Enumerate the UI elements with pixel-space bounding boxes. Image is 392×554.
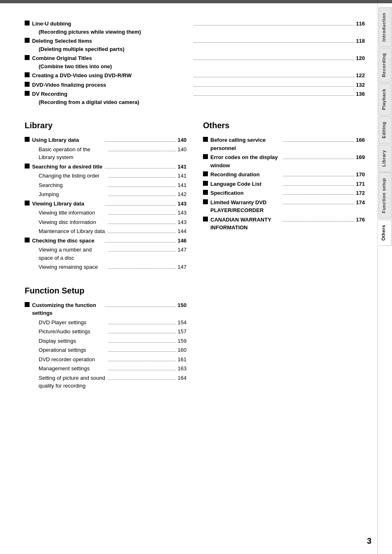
list-item: Deleting Selected Items (Deleting multip… [25, 37, 365, 53]
list-item: Setting of picture and sound quality for… [25, 374, 187, 390]
two-col-layout: Library Using Library data 140 Basic ope… [25, 121, 365, 405]
top-bar [0, 0, 392, 3]
tab-function-setup[interactable]: Function setup [378, 173, 392, 219]
list-item: Viewing Library data 143 [25, 200, 187, 208]
page-layout: Line-U dubbing (Recording pictures while… [0, 3, 392, 554]
bullet-icon [25, 302, 30, 307]
list-item: Picture/Audio settings 157 [25, 328, 187, 336]
list-item: Specification 172 [203, 189, 365, 197]
list-item: Operational settings 160 [25, 346, 187, 354]
bullet-icon [203, 171, 208, 176]
list-item: Line-U dubbing (Recording pictures while… [25, 20, 365, 36]
bullet-icon [25, 201, 30, 205]
list-item: Basic operation of the Library system 14… [25, 145, 187, 162]
list-item: Using Library data 140 [25, 136, 187, 144]
tab-editing[interactable]: Editing [378, 116, 392, 144]
bullet-icon [25, 55, 30, 60]
sidebar-tabs: Introduction Recording Playback Editing … [377, 3, 392, 554]
bullet-icon [25, 72, 30, 77]
bullet-icon [25, 91, 30, 96]
bullet-icon [25, 238, 30, 242]
bullet-icon [25, 38, 30, 43]
tab-playback[interactable]: Playback [378, 83, 392, 115]
list-item: Display settings 159 [25, 337, 187, 345]
list-item: Recording duration 170 [203, 171, 365, 179]
list-item: DVD-Video finalizing process 132 [25, 81, 365, 89]
others-section: Others Before calling service personnel … [203, 121, 365, 232]
list-item: Viewing disc information 143 [25, 218, 187, 226]
list-item: Combine Original Titles (Combine two tit… [25, 54, 365, 70]
bullet-icon [25, 164, 30, 169]
library-section: Library Using Library data 140 Basic ope… [25, 121, 187, 271]
bullet-icon [203, 190, 208, 195]
bullet-icon [25, 137, 30, 142]
list-item: Before calling service personnel 166 [203, 136, 365, 152]
list-item: CANADIAN WARRANTY INFORMATION 176 [203, 216, 365, 232]
list-item: Maintenance of Library data 144 [25, 227, 187, 235]
recording-section: Line-U dubbing (Recording pictures while… [25, 20, 365, 106]
list-item: Searching 141 [25, 181, 187, 189]
bullet-icon [203, 199, 208, 204]
bullet-icon [203, 181, 208, 186]
list-item: Customizing the function settings 150 [25, 301, 187, 317]
list-item: DVD recorder operation 161 [25, 355, 187, 364]
function-setup-title: Function Setup [25, 286, 187, 295]
list-item: Changing the listing order 141 [25, 172, 187, 180]
list-item: Viewing a number and space of a disc 147 [25, 246, 187, 262]
right-col: Others Before calling service personnel … [203, 121, 365, 405]
list-item: Searching for a desired title 141 [25, 163, 187, 171]
tab-recording[interactable]: Recording [378, 48, 392, 83]
bullet-icon [203, 137, 208, 142]
list-item: DVD Player settings 154 [25, 319, 187, 327]
list-item: Error codes on the display window 169 [203, 153, 365, 169]
tab-others[interactable]: Others [378, 219, 392, 246]
list-item: Jumping 142 [25, 190, 187, 199]
list-item: Management settings 163 [25, 365, 187, 373]
content-area: Line-U dubbing (Recording pictures while… [0, 3, 377, 554]
tab-introduction[interactable]: Introduction [378, 7, 392, 47]
bullet-icon [203, 154, 208, 159]
others-title: Others [203, 121, 365, 130]
list-item: Language Code List 171 [203, 180, 365, 188]
list-item: Limited Warranty DVD PLAYER/RECORDER 174 [203, 199, 365, 215]
list-item: Checking the disc space 146 [25, 237, 187, 245]
library-title: Library [25, 121, 187, 130]
bullet-icon [25, 21, 30, 25]
page-number: 3 [367, 536, 371, 546]
bullet-icon [25, 82, 30, 87]
list-item: DV Recording (Recording from a digital v… [25, 90, 365, 106]
list-item: Viewing title information 143 [25, 209, 187, 217]
list-item: Creating a DVD-Video using DVD-R/RW 122 [25, 72, 365, 80]
tab-library[interactable]: Library [378, 145, 392, 172]
left-col: Library Using Library data 140 Basic ope… [25, 121, 187, 405]
function-setup-section: Function Setup Customizing the function … [25, 286, 187, 390]
list-item: Viewing remaining space 147 [25, 263, 187, 271]
bullet-icon [203, 217, 208, 222]
